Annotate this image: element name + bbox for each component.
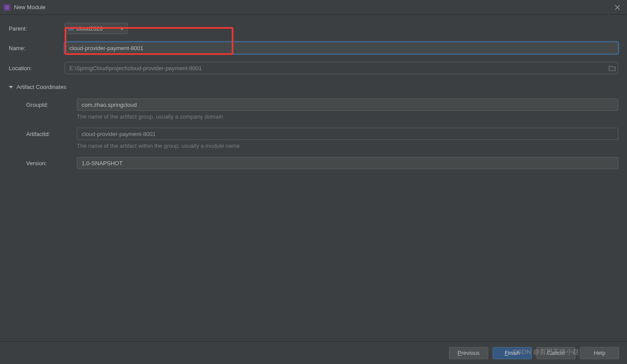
artifactid-label: ArtifactId: — [9, 131, 65, 137]
version-input[interactable] — [77, 157, 618, 169]
name-row: Name: — [9, 42, 618, 54]
location-row: Location: — [9, 62, 618, 74]
artifact-coordinates-header[interactable]: Artifact Coordinates — [9, 83, 618, 91]
help-button[interactable]: Help — [580, 347, 619, 359]
chevron-down-icon — [9, 83, 13, 91]
version-label: Version: — [9, 160, 65, 167]
cancel-button[interactable]: Cancel — [536, 347, 576, 359]
chevron-down-icon — [120, 24, 124, 32]
artifactid-help: The name of the artifact within the grou… — [77, 143, 618, 149]
location-label: Location: — [9, 65, 65, 71]
groupid-help: The name of the artifact group, usually … — [77, 113, 618, 120]
parent-value: cloud2020 — [76, 25, 116, 32]
groupid-input[interactable] — [77, 99, 618, 111]
location-input[interactable] — [65, 63, 606, 74]
folder-browse-icon[interactable] — [606, 65, 618, 71]
previous-button[interactable]: Previous — [449, 347, 488, 359]
version-row: Version: — [9, 157, 618, 169]
artifactid-input[interactable] — [77, 128, 618, 140]
button-label-rest: inish — [508, 350, 520, 356]
finish-button[interactable]: Finish — [493, 347, 532, 359]
app-icon — [3, 4, 10, 11]
close-button[interactable] — [611, 1, 624, 14]
name-input[interactable] — [65, 42, 618, 54]
parent-label: Parent: — [9, 25, 65, 32]
groupid-label: GroupId: — [9, 102, 65, 108]
name-label: Name: — [9, 45, 65, 51]
artifactid-row: ArtifactId: — [9, 128, 618, 140]
location-field-wrapper — [65, 62, 618, 74]
maven-icon: m — [69, 25, 74, 32]
artifact-section-title: Artifact Coordinates — [17, 84, 66, 90]
button-label-rest: revious — [461, 350, 480, 356]
groupid-row: GroupId: — [9, 99, 618, 111]
button-bar: Previous Finish Cancel Help — [0, 341, 627, 364]
parent-dropdown[interactable]: m cloud2020 — [65, 23, 128, 34]
titlebar: New Module — [0, 0, 627, 15]
window-title: New Module — [14, 4, 611, 10]
parent-row: Parent: m cloud2020 — [9, 23, 618, 34]
svg-rect-0 — [5, 5, 9, 9]
content-area: Parent: m cloud2020 Name: Location: Arti… — [0, 15, 627, 179]
